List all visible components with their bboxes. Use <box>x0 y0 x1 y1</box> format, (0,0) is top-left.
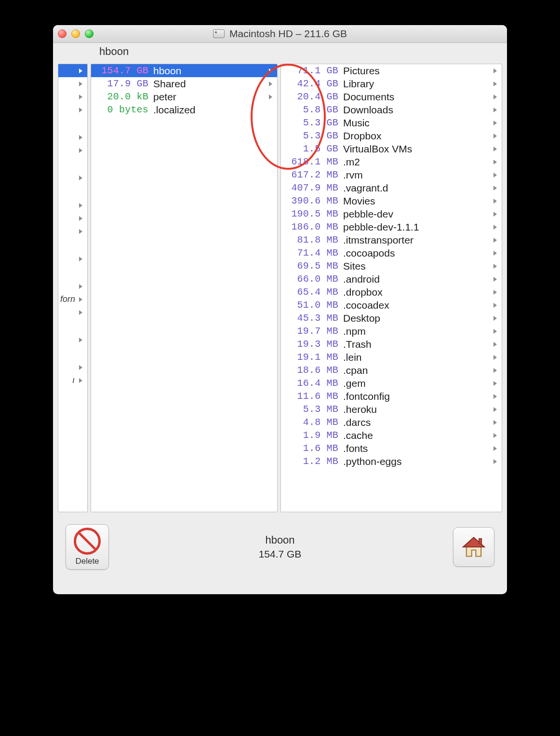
item-name: .fonts <box>343 443 491 454</box>
list-item[interactable]: 618.1 MB.m2 <box>281 155 502 168</box>
item-name: .rvm <box>343 169 491 181</box>
list-item[interactable]: 190.5 MBpebble-dev <box>281 207 502 220</box>
list-item[interactable]: 20.0 kBpeter <box>91 90 277 103</box>
chevron-right-icon <box>267 68 274 74</box>
svg-marker-21 <box>493 82 497 86</box>
list-item[interactable]: 5.3 GBMusic <box>281 116 502 129</box>
item-size: 5.3 GB <box>283 130 343 141</box>
list-item[interactable]: 16.4 MB.gem <box>281 377 502 390</box>
parent-peek-row[interactable] <box>58 144 87 157</box>
svg-marker-26 <box>493 147 497 151</box>
list-item[interactable]: 390.6 MBMovies <box>281 194 502 207</box>
item-size: 71.4 MB <box>283 247 343 259</box>
svg-marker-27 <box>493 160 497 164</box>
delete-button-label: Delete <box>75 557 99 566</box>
parent-peek-row[interactable] <box>58 171 87 184</box>
delete-icon <box>74 528 101 555</box>
list-item[interactable]: 1.5 GBVirtualBox VMs <box>281 142 502 155</box>
parent-peek-row[interactable] <box>58 306 87 319</box>
parent-peek-row[interactable] <box>58 252 87 265</box>
minimize-window-button[interactable] <box>71 29 80 38</box>
parent-peek-row[interactable] <box>58 199 87 212</box>
list-item[interactable]: 617.2 MB.rvm <box>281 168 502 181</box>
parent-peek-row[interactable] <box>58 90 87 103</box>
parent-peek-row[interactable] <box>58 77 87 90</box>
list-item[interactable]: 51.0 MB.cocoadex <box>281 299 502 312</box>
list-item[interactable]: 71.4 MB.cocoapods <box>281 246 502 259</box>
item-name: pebble-dev-1.1.1 <box>343 221 491 233</box>
list-item[interactable]: 69.5 MBSites <box>281 259 502 273</box>
list-item[interactable]: 19.7 MB.npm <box>281 325 502 338</box>
svg-marker-37 <box>493 290 497 295</box>
column-users[interactable]: 154.7 GBhboon17.9 GBShared20.0 kBpeter0 … <box>91 64 278 512</box>
chevron-right-icon <box>77 68 84 74</box>
list-item[interactable]: 20.4 GBDocuments <box>281 90 502 103</box>
parent-peek-row[interactable] <box>58 225 87 238</box>
list-item[interactable]: 45.3 MBDesktop <box>281 312 502 325</box>
list-item[interactable]: 66.0 MB.android <box>281 273 502 286</box>
svg-marker-36 <box>493 277 497 282</box>
item-size: 5.3 GB <box>283 117 343 128</box>
list-item[interactable]: 18.6 MB.cpan <box>281 364 502 377</box>
item-name: Desktop <box>343 313 491 324</box>
item-size: 5.3 MB <box>283 404 343 415</box>
chevron-right-icon <box>491 237 499 243</box>
parent-peek-row[interactable] <box>58 64 87 77</box>
chevron-right-icon <box>267 81 274 87</box>
list-item[interactable]: 19.3 MB.Trash <box>281 338 502 351</box>
svg-marker-30 <box>493 199 497 204</box>
column-contents[interactable]: 71.1 GBPictures42.4 GBLibrary20.4 GBDocu… <box>280 64 502 512</box>
list-item[interactable]: 1.9 MB.cache <box>281 429 502 442</box>
parent-peek-row[interactable] <box>58 280 87 293</box>
list-item[interactable]: 0 bytes.localized <box>91 103 277 116</box>
titlebar: Macintosh HD – 211.6 GB <box>53 25 507 43</box>
chevron-right-icon <box>77 378 84 383</box>
svg-marker-28 <box>493 173 497 177</box>
item-name: .Trash <box>343 339 491 350</box>
list-item[interactable]: 186.0 MBpebble-dev-1.1.1 <box>281 220 502 233</box>
chevron-right-icon <box>491 107 499 113</box>
svg-marker-15 <box>79 365 82 370</box>
list-item[interactable]: 4.8 MB.darcs <box>281 416 502 429</box>
home-button[interactable] <box>453 527 494 567</box>
parent-peek-row[interactable]: ı <box>58 374 87 387</box>
list-item[interactable]: 81.8 MB.itmstransporter <box>281 233 502 246</box>
item-size: 17.9 GB <box>93 78 153 89</box>
list-item[interactable]: 1.6 MB.fonts <box>281 442 502 455</box>
delete-button[interactable]: Delete <box>66 524 109 570</box>
parent-peek-row[interactable] <box>58 361 87 374</box>
close-window-button[interactable] <box>58 29 67 38</box>
parent-peek-row[interactable] <box>58 131 87 144</box>
item-name: Shared <box>153 78 267 90</box>
chevron-right-icon <box>491 420 499 425</box>
item-name: .m2 <box>343 156 491 168</box>
list-item[interactable]: 11.6 MB.fontconfig <box>281 390 502 403</box>
parent-peek-row[interactable]: forn <box>58 293 87 306</box>
item-name: Dropbox <box>343 130 491 142</box>
column-parent-peek[interactable]: fornı <box>58 64 88 512</box>
item-name: Sites <box>343 260 491 272</box>
list-item[interactable]: 1.2 MB.python-eggs <box>281 455 502 468</box>
parent-peek-row[interactable] <box>58 212 87 225</box>
list-item[interactable]: 19.1 MB.lein <box>281 351 502 364</box>
svg-marker-47 <box>493 420 497 425</box>
parent-peek-row[interactable] <box>58 103 87 116</box>
svg-marker-34 <box>493 251 497 256</box>
list-item[interactable]: 71.1 GBPictures <box>281 64 502 77</box>
item-name: .cocoapods <box>343 247 491 259</box>
list-item[interactable]: 17.9 GBShared <box>91 77 277 90</box>
svg-marker-32 <box>493 225 497 230</box>
item-size: 69.5 MB <box>283 260 343 272</box>
list-item[interactable]: 5.8 GBDownloads <box>281 103 502 116</box>
list-item[interactable]: 5.3 MB.heroku <box>281 403 502 416</box>
list-item[interactable]: 5.3 GBDropbox <box>281 129 502 142</box>
list-item[interactable]: 65.4 MB.dropbox <box>281 286 502 299</box>
zoom-window-button[interactable] <box>85 29 93 38</box>
list-item[interactable]: 407.9 MB.vagrant.d <box>281 181 502 194</box>
item-size: 618.1 MB <box>283 156 343 167</box>
list-item[interactable]: 42.4 GBLibrary <box>281 77 502 90</box>
chevron-right-icon <box>491 211 499 217</box>
list-item[interactable]: 154.7 GBhboon <box>91 64 277 77</box>
parent-peek-row[interactable] <box>58 333 87 346</box>
item-size: 42.4 GB <box>283 78 343 89</box>
